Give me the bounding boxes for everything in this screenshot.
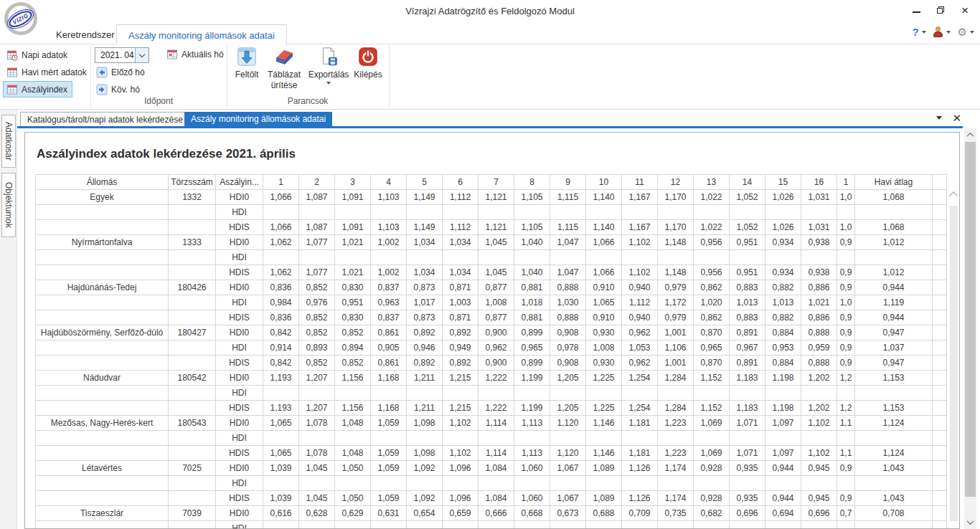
value-cell: 0,873 [407,310,443,325]
grid-scrollbar[interactable] [949,190,959,529]
table-row[interactable]: HDIS0,8420,8520,8520,8610,8920,8920,9000… [36,356,947,371]
value-cell: 1,069 [694,416,730,431]
value-cell: 0,908 [550,356,586,371]
month-picker-combobox[interactable]: 2021. 04 [95,47,149,63]
index-type-cell: HDIS [216,220,263,235]
doc-tab-aszaly-monitoring[interactable]: Aszály monitoring állomások adatai [184,112,332,126]
value-cell: 0,984 [263,295,299,310]
exit-button[interactable]: Kilépés [352,46,385,80]
table-row[interactable]: HDI [36,386,947,401]
table-row[interactable]: HDI [36,521,947,529]
prev-month-label: Előző hó [111,67,145,77]
table-row[interactable]: HDI [36,431,947,446]
ribbon-tab-aszaly-monitoring[interactable]: Aszály monitoring állomások adatai [116,24,287,45]
station-cell [36,491,169,506]
value-cell: 1,115 [550,220,586,235]
tab-close-icon[interactable]: ✕ [952,113,961,123]
side-tab-objektumok[interactable]: Objektumok [1,173,16,237]
minimize-button[interactable] [904,0,928,20]
table-row[interactable]: Hajdúböszörmény, Serfőző-dúló180427HDI00… [36,325,947,340]
value-cell: 1,205 [550,371,586,386]
value-cell [299,521,335,529]
table-row[interactable]: HDIS1,0661,0871,0911,1031,1491,1121,1211… [36,220,947,235]
document-area: Aszályindex adatok lekérdezése 2021. ápr… [17,128,964,529]
restore-button[interactable] [928,0,953,20]
table-row[interactable]: HDI0,9140,8930,8940,9050,9460,9490,9620,… [36,340,947,356]
table-row[interactable]: HDI [36,205,947,220]
value-cell: 1,078 [299,416,335,431]
scrollbar-up-button[interactable] [964,129,976,141]
ribbon-tab-keretrendszer[interactable]: Keretrendszer [44,24,126,45]
table-row[interactable]: Hajdúnánás-Tedej180426HDI00,8360,8520,83… [36,280,947,295]
value-cell: 0,836 [263,310,299,325]
table-row[interactable]: Létavértes7025HDI01,0391,0451,0501,0591,… [36,461,947,476]
nav-aszalyindex-button[interactable]: Aszályindex [3,81,72,97]
value-cell [514,386,550,401]
current-month-button[interactable]: Aktuális hó [164,47,227,62]
value-cell: 0,862 [694,310,730,325]
help-button[interactable]: ? [912,26,925,38]
table-row[interactable]: Nyírmártonfalva1333HDI01,0621,0771,0211,… [36,235,947,250]
value-cell: 0,668 [514,506,550,521]
export-document-icon [318,46,339,67]
nav-havi-mert-adatok-button[interactable]: Havi mért adatok [3,64,92,80]
nav-napi-adatok-button[interactable]: Napi adatok [3,47,72,63]
table-row[interactable]: Mezősas, Nagy-Herés-kert180543HDI01,0651… [36,416,947,431]
tab-list-dropdown-icon[interactable] [936,116,942,120]
table-row[interactable]: HDI [36,250,947,265]
table-row[interactable]: HDIS0,8360,8520,8300,8370,8730,8710,8770… [36,310,947,325]
value-cell: 1,106 [658,340,694,356]
value-cell: 1,045 [299,461,335,476]
settings-button[interactable]: ⚙ [958,27,974,37]
clear-table-button[interactable]: Táblázatürítése [264,46,304,91]
code-cell [169,431,216,446]
scrollbar-down-button[interactable] [964,516,976,528]
value-cell: 1,052 [730,220,765,235]
table-row[interactable]: HDIS1,0621,0771,0211,0021,0341,0341,0451… [36,265,947,280]
value-cell: 0,883 [730,280,765,295]
value-cell: 1,065 [263,416,299,431]
scroll-up-icon [949,191,957,199]
upload-button[interactable]: Feltölt [231,46,263,80]
close-button[interactable]: × [953,0,977,20]
value-cell [765,386,801,401]
value-cell [658,205,694,220]
value-cell [933,235,947,250]
next-month-button[interactable]: Köv. hó [93,82,143,97]
table-row[interactable]: HDIS1,0391,0451,0501,0591,0921,0961,0841… [36,491,947,506]
value-cell: 0,882 [765,280,801,295]
value-cell [933,340,947,356]
value-cell: 1,052 [730,190,765,205]
current-month-label: Aktuális hó [182,49,224,59]
table-row[interactable]: HDIS1,1931,2071,1561,1681,2111,2151,2221… [36,401,947,416]
table-row[interactable]: Tiszaeszlár7039HDI00,6160,6280,6290,6310… [36,506,947,521]
value-cell: 1,069 [694,446,730,461]
scrollbar-thumb[interactable] [965,142,976,497]
prev-month-button[interactable]: Előző hó [93,65,148,80]
index-type-cell: HDIS [216,265,263,280]
header-cell: 1 [263,175,299,190]
station-cell [36,295,169,310]
month-picker-dropdown-button[interactable] [135,48,149,62]
grid-scrollbar-thumb[interactable] [950,206,958,521]
value-cell: 0,947 [855,356,933,371]
table-row[interactable]: HDIS1,0651,0781,0481,0591,0981,1021,1141… [36,446,947,461]
value-cell [730,521,765,529]
value-cell: 0,9 [837,356,855,371]
doc-tab-katalogus[interactable]: Katalógus/tárolt/napi adatok lekérdezése [20,112,190,126]
export-button[interactable]: Exportálás [307,46,350,85]
value-cell [622,431,658,446]
value-cell: 1,045 [299,491,335,506]
value-cell [407,205,443,220]
table-row[interactable]: HDI [36,476,947,491]
value-cell: 0,962 [622,325,658,340]
header-cell: Törzsszám [169,175,216,190]
value-cell: 0,953 [765,340,801,356]
user-button[interactable] [933,27,951,37]
table-row[interactable]: Egyek1332HDI01,0661,0871,0911,1031,1491,… [36,190,947,205]
table-row[interactable]: Nádudvar180542HDI01,1931,2071,1561,1681,… [36,371,947,386]
vertical-scrollbar[interactable] [964,128,976,529]
side-tab-adatkosar[interactable]: Adatkosár [1,115,16,168]
value-cell: 1,223 [658,416,694,431]
table-row[interactable]: HDI0,9840,9760,9510,9631,0171,0031,0081,… [36,295,947,310]
